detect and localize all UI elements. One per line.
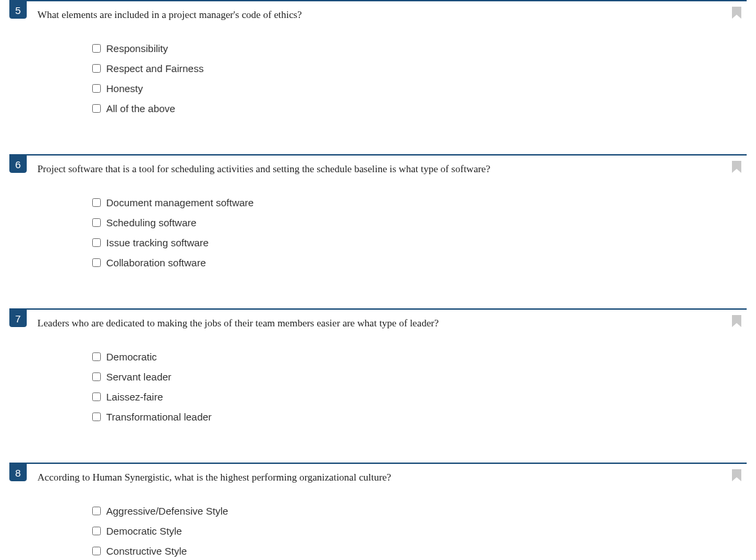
option-label: Responsibility	[106, 41, 168, 55]
option-item[interactable]: Transformational leader	[92, 409, 747, 424]
bookmark-icon[interactable]	[732, 469, 741, 481]
option-item[interactable]: Aggressive/Defensive Style	[92, 503, 747, 518]
question-header: 8 According to Human Synergistic, what i…	[9, 463, 747, 491]
option-item[interactable]: Scheduling software	[92, 215, 747, 230]
options-list: Democratic Servant leader Laissez-faire …	[9, 337, 747, 436]
option-item[interactable]: Collaboration software	[92, 255, 747, 270]
option-label: Transformational leader	[106, 409, 212, 424]
option-checkbox[interactable]	[92, 64, 101, 73]
options-list: Aggressive/Defensive Style Democratic St…	[9, 491, 747, 560]
option-item[interactable]: Laissez-faire	[92, 389, 747, 404]
option-label: Democratic	[106, 349, 157, 364]
bookmark-icon[interactable]	[732, 315, 741, 327]
question-header: 6 Project software that is a tool for sc…	[9, 154, 747, 183]
option-label: All of the above	[106, 101, 175, 115]
option-item[interactable]: Respect and Fairness	[92, 61, 747, 75]
option-checkbox[interactable]	[92, 392, 101, 401]
option-label: Laissez-faire	[106, 389, 163, 404]
bookmark-icon[interactable]	[732, 161, 741, 173]
option-checkbox[interactable]	[92, 372, 101, 381]
option-checkbox[interactable]	[92, 352, 101, 361]
option-item[interactable]: Democratic	[92, 349, 747, 364]
quiz-container: 5 What elements are included in a projec…	[0, 0, 756, 560]
option-label: Scheduling software	[106, 215, 196, 230]
question-block: 8 According to Human Synergistic, what i…	[9, 463, 747, 560]
option-label: Collaboration software	[106, 255, 206, 270]
option-label: Democratic Style	[106, 523, 182, 538]
option-item[interactable]: Constructive Style	[92, 543, 747, 558]
option-item[interactable]: Issue tracking software	[92, 235, 747, 250]
option-checkbox[interactable]	[92, 218, 101, 227]
option-item[interactable]: Honesty	[92, 81, 747, 95]
option-checkbox[interactable]	[92, 84, 101, 93]
option-label: Constructive Style	[106, 543, 187, 558]
option-checkbox[interactable]	[92, 412, 101, 421]
option-checkbox[interactable]	[92, 44, 101, 53]
question-header: 7 Leaders who are dedicated to making th…	[9, 308, 747, 337]
options-list: Responsibility Respect and Fairness Hone…	[9, 29, 747, 127]
question-block: 7 Leaders who are dedicated to making th…	[9, 308, 747, 436]
option-checkbox[interactable]	[92, 507, 101, 515]
option-item[interactable]: Servant leader	[92, 369, 747, 384]
question-number: 5	[9, 1, 27, 19]
option-item[interactable]: Document management software	[92, 195, 747, 210]
question-number: 7	[9, 310, 27, 327]
option-label: Honesty	[106, 81, 143, 95]
option-item[interactable]: Responsibility	[92, 41, 747, 55]
question-text: Project software that is a tool for sche…	[27, 156, 747, 183]
question-header: 5 What elements are included in a projec…	[9, 0, 747, 29]
option-checkbox[interactable]	[92, 198, 101, 207]
option-label: Aggressive/Defensive Style	[106, 503, 228, 518]
question-block: 6 Project software that is a tool for sc…	[9, 154, 747, 282]
options-list: Document management software Scheduling …	[9, 183, 747, 282]
option-checkbox[interactable]	[92, 104, 101, 113]
option-item[interactable]: Democratic Style	[92, 523, 747, 538]
option-item[interactable]: All of the above	[92, 101, 747, 115]
option-label: Issue tracking software	[106, 235, 208, 250]
option-checkbox[interactable]	[92, 527, 101, 535]
question-text: According to Human Synergistic, what is …	[27, 464, 747, 491]
question-text: Leaders who are dedicated to making the …	[27, 310, 747, 337]
question-number: 8	[9, 464, 27, 481]
option-checkbox[interactable]	[92, 547, 101, 555]
question-text: What elements are included in a project …	[27, 1, 747, 29]
question-block: 5 What elements are included in a projec…	[9, 0, 747, 127]
option-checkbox[interactable]	[92, 238, 101, 247]
question-number: 6	[9, 156, 27, 173]
option-checkbox[interactable]	[92, 258, 101, 267]
option-label: Respect and Fairness	[106, 61, 204, 75]
option-label: Document management software	[106, 195, 254, 210]
option-label: Servant leader	[106, 369, 172, 384]
bookmark-icon[interactable]	[732, 7, 741, 19]
